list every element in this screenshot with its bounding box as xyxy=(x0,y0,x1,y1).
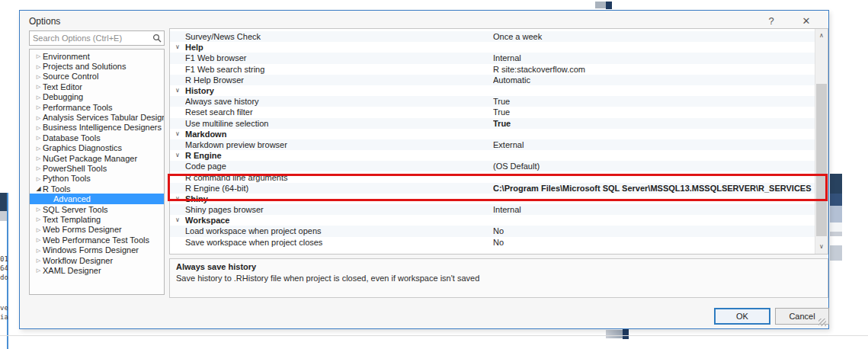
setting-row-save-workspace-when-project-closes[interactable]: Save workspace when project closesNo xyxy=(170,237,815,248)
setting-value[interactable]: No xyxy=(493,238,815,247)
tree-item-python-tools[interactable]: ▷Python Tools xyxy=(30,174,164,184)
setting-row-r-engine-64-bit[interactable]: R Engine (64-bit)C:\Program Files\Micros… xyxy=(170,183,815,194)
section-row-shiny[interactable]: ∨Shiny xyxy=(170,194,815,204)
setting-value[interactable]: True xyxy=(493,97,815,106)
section-collapse-icon[interactable]: ∨ xyxy=(170,43,185,52)
tree-item-database-tools[interactable]: ▷Database Tools xyxy=(30,133,164,142)
collapsed-arrow-icon[interactable]: ▷ xyxy=(34,255,43,265)
setting-value[interactable]: (OS Default) xyxy=(493,162,815,171)
setting-row-f1-web-browser[interactable]: F1 Web browserInternal xyxy=(170,53,815,63)
section-collapse-icon[interactable]: ∨ xyxy=(170,130,185,139)
background-window-fragment xyxy=(623,329,629,339)
section-collapse-icon[interactable]: ∨ xyxy=(170,86,185,95)
setting-value[interactable]: Internal xyxy=(493,53,815,62)
help-button[interactable]: ? xyxy=(760,14,783,29)
section-row-help[interactable]: ∨Help xyxy=(170,42,815,53)
collapsed-arrow-icon[interactable]: ▷ xyxy=(34,102,43,112)
collapsed-arrow-icon[interactable]: ▷ xyxy=(34,82,43,91)
setting-name: Use multiline selection xyxy=(185,119,493,128)
setting-value[interactable]: True xyxy=(493,119,815,128)
collapsed-arrow-icon[interactable]: ▷ xyxy=(34,174,43,184)
scrollbar-thumb[interactable] xyxy=(816,84,827,236)
collapsed-arrow-icon[interactable]: ▷ xyxy=(34,92,43,102)
setting-row-shiny-pages-browser[interactable]: Shiny pages browserInternal xyxy=(170,204,815,215)
setting-name: Survey/News Check xyxy=(185,32,493,41)
collapsed-arrow-icon[interactable]: ▷ xyxy=(34,225,43,235)
search-input[interactable] xyxy=(30,34,150,43)
collapsed-arrow-icon[interactable]: ▷ xyxy=(34,123,43,133)
collapsed-arrow-icon[interactable]: ▷ xyxy=(34,235,43,245)
ok-button[interactable]: OK xyxy=(714,308,770,325)
tree-item-advanced[interactable]: Advanced xyxy=(30,194,164,203)
tree-item-projects-and-solutions[interactable]: ▷Projects and Solutions xyxy=(30,61,164,71)
tree-item-xaml-designer[interactable]: ▷XAML Designer xyxy=(30,265,164,275)
collapsed-arrow-icon[interactable]: ▷ xyxy=(34,204,43,214)
collapsed-arrow-icon[interactable]: ▷ xyxy=(34,214,43,224)
setting-value[interactable]: R site:stackoverflow.com xyxy=(493,65,815,74)
tree-item-debugging[interactable]: ▷Debugging xyxy=(30,92,164,102)
collapsed-arrow-icon[interactable]: ▷ xyxy=(34,265,43,275)
scrollbar[interactable]: ∧ ∨ xyxy=(815,29,828,254)
setting-row-f1-web-search-string[interactable]: F1 Web search stringR site:stackoverflow… xyxy=(170,64,815,75)
tree-item-web-forms-designer[interactable]: ▷Web Forms Designer xyxy=(30,225,164,235)
section-row-markdown[interactable]: ∨Markdown xyxy=(170,129,815,139)
tree-item-nuget-package-manager[interactable]: ▷NuGet Package Manager xyxy=(30,153,164,163)
section-collapse-icon[interactable]: ∨ xyxy=(170,194,185,203)
tree-item-performance-tools[interactable]: ▷Performance Tools xyxy=(30,102,164,112)
setting-name: Save workspace when project closes xyxy=(185,238,493,247)
tree-item-graphics-diagnostics[interactable]: ▷Graphics Diagnostics xyxy=(30,143,164,153)
background-console-text: 64 xyxy=(0,264,8,272)
scroll-down-icon[interactable]: ∨ xyxy=(815,241,828,253)
tree-item-sql-server-tools[interactable]: ▷SQL Server Tools xyxy=(30,204,164,214)
tree-item-windows-forms-designer[interactable]: ▷Windows Forms Designer xyxy=(30,245,164,255)
setting-row-r-command-line-arguments[interactable]: R command line arguments xyxy=(170,171,815,182)
tree-item-powershell-tools[interactable]: ▷PowerShell Tools xyxy=(30,163,164,173)
tree-item-text-editor[interactable]: ▷Text Editor xyxy=(30,82,164,91)
close-icon[interactable]: ✕ xyxy=(795,14,818,29)
section-collapse-icon[interactable]: ∨ xyxy=(170,216,185,225)
section-row-workspace[interactable]: ∨Workspace xyxy=(170,215,815,226)
tree-item-r-tools[interactable]: ◢R Tools xyxy=(30,184,164,194)
setting-row-reset-search-filter[interactable]: Reset search filterTrue xyxy=(170,107,815,117)
tree-item-source-control[interactable]: ▷Source Control xyxy=(30,72,164,82)
setting-row-use-multiline-selection[interactable]: Use multiline selectionTrue xyxy=(170,118,815,129)
setting-value[interactable]: Once a week xyxy=(493,32,815,41)
tree-item-web-performance-test-tools[interactable]: ▷Web Performance Test Tools xyxy=(30,235,164,245)
collapsed-arrow-icon[interactable]: ▷ xyxy=(34,51,43,61)
collapsed-arrow-icon[interactable]: ▷ xyxy=(34,163,43,173)
setting-value[interactable]: External xyxy=(493,140,815,149)
collapsed-arrow-icon[interactable]: ▷ xyxy=(34,133,43,142)
search-icon[interactable] xyxy=(150,32,164,44)
setting-value[interactable]: Internal xyxy=(493,205,815,214)
tree-item-business-intelligence-designers[interactable]: ▷Business Intelligence Designers xyxy=(30,123,164,133)
section-row-history[interactable]: ∨History xyxy=(170,85,815,96)
section-row-r-engine[interactable]: ∨R Engine xyxy=(170,150,815,161)
setting-value[interactable]: C:\Program Files\Microsoft SQL Server\MS… xyxy=(493,184,815,193)
setting-row-survey-news-check[interactable]: Survey/News CheckOnce a week xyxy=(170,31,815,42)
collapsed-arrow-icon[interactable]: ▷ xyxy=(34,113,43,123)
options-tree: ▷Environment▷Projects and Solutions▷Sour… xyxy=(29,49,165,295)
collapsed-arrow-icon[interactable]: ▷ xyxy=(34,245,43,255)
collapsed-arrow-icon[interactable]: ▷ xyxy=(34,143,43,153)
tree-item-environment[interactable]: ▷Environment xyxy=(30,51,164,61)
tree-item-label: R Tools xyxy=(43,184,70,194)
setting-value[interactable]: No xyxy=(493,226,815,235)
setting-value[interactable]: True xyxy=(493,107,815,117)
setting-row-r-help-browser[interactable]: R Help BrowserAutomatic xyxy=(170,75,815,85)
tree-item-text-templating[interactable]: ▷Text Templating xyxy=(30,214,164,224)
expanded-arrow-icon[interactable]: ◢ xyxy=(34,184,43,194)
section-collapse-icon[interactable]: ∨ xyxy=(170,151,185,160)
scroll-up-icon[interactable]: ∧ xyxy=(815,30,828,42)
resize-grip[interactable] xyxy=(818,319,826,326)
tree-item-label: Analysis Services Tabular Designers xyxy=(43,113,165,122)
collapsed-arrow-icon[interactable]: ▷ xyxy=(34,62,43,72)
tree-item-analysis-services-tabular-designers[interactable]: ▷Analysis Services Tabular Designers xyxy=(30,112,164,122)
setting-row-code-page[interactable]: Code page(OS Default) xyxy=(170,161,815,171)
setting-value[interactable]: Automatic xyxy=(493,75,815,85)
setting-row-markdown-preview-browser[interactable]: Markdown preview browserExternal xyxy=(170,139,815,150)
setting-row-always-save-history[interactable]: Always save historyTrue xyxy=(170,96,815,107)
tree-item-workflow-designer[interactable]: ▷Workflow Designer xyxy=(30,255,164,265)
collapsed-arrow-icon[interactable]: ▷ xyxy=(34,153,43,163)
setting-row-load-workspace-when-project-opens[interactable]: Load workspace when project opensNo xyxy=(170,226,815,236)
collapsed-arrow-icon[interactable]: ▷ xyxy=(34,72,43,82)
